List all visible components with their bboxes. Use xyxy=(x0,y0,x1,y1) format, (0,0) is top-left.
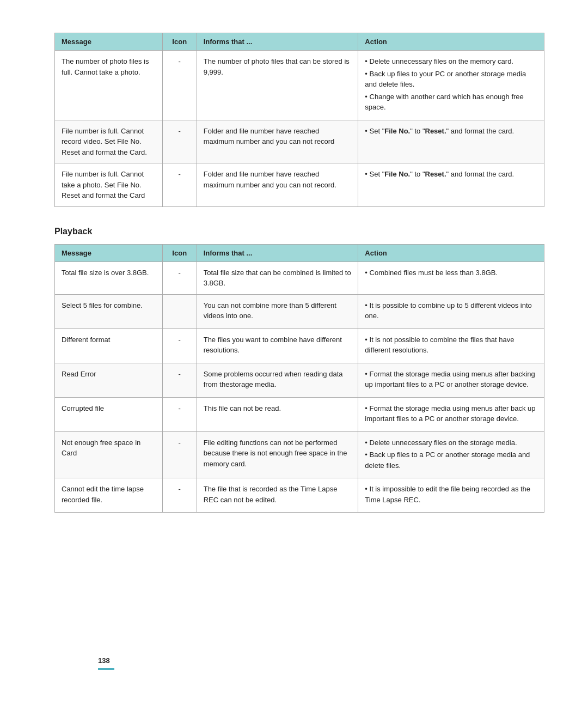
action-item: Back up files to your PC or another stor… xyxy=(365,69,537,90)
action-cell: Combined files must be less than 3.8GB. xyxy=(358,261,544,294)
action-cell: • Set "File No." to "Reset." and format … xyxy=(358,163,544,207)
action-cell: It is possible to combine up to 5 differ… xyxy=(358,294,544,328)
informs-cell: Folder and file number have reached maxi… xyxy=(197,120,358,163)
action-item: It is impossible to edit the file being … xyxy=(365,484,537,505)
action-item: Change with another card which has enoug… xyxy=(365,92,537,113)
table-row: File number is full. Cannot take a photo… xyxy=(55,163,544,207)
page-number-bar xyxy=(98,668,114,670)
informs-cell: The file that is recorded as the Time La… xyxy=(197,478,358,513)
action-item: Back up files to a PC or another storage… xyxy=(365,449,537,471)
informs-cell: File editing functions can not be perfor… xyxy=(197,431,358,478)
icon-cell: - xyxy=(162,431,197,478)
playback-table-header-action: Action xyxy=(358,244,544,261)
table-row: Not enough free space in Card - File edi… xyxy=(55,431,544,478)
action-item: Combined files must be less than 3.8GB. xyxy=(365,267,537,278)
message-cell: The number of photo files is full. Canno… xyxy=(55,51,163,120)
message-cell: Cannot edit the time lapse recorded file… xyxy=(55,478,163,513)
icon-cell: - xyxy=(162,261,197,294)
icon-cell: - xyxy=(162,363,197,397)
playback-table-header-message: Message xyxy=(55,244,163,261)
message-cell: File number is full. Cannot record video… xyxy=(55,120,163,163)
icon-cell xyxy=(162,294,197,328)
icon-cell: - xyxy=(162,163,197,207)
informs-cell: Total file size that can be combined is … xyxy=(197,261,358,294)
message-cell: Corrupted file xyxy=(55,397,163,431)
action-cell: It is impossible to edit the file being … xyxy=(358,478,544,513)
message-cell: Different format xyxy=(55,328,163,363)
playback-section-title: Playback xyxy=(54,227,544,236)
icon-cell: - xyxy=(162,51,197,120)
action-cell: It is not possible to combine the files … xyxy=(358,328,544,363)
table-row: The number of photo files is full. Canno… xyxy=(55,51,544,120)
table-row: Corrupted file - This file can not be re… xyxy=(55,397,544,431)
playback-table: Message Icon Informs that ... Action Tot… xyxy=(54,244,544,513)
action-cell: Format the storage media using menus aft… xyxy=(358,363,544,397)
action-item: It is not possible to combine the files … xyxy=(365,334,537,356)
table-row: Select 5 files for combine. You can not … xyxy=(55,294,544,328)
icon-cell: - xyxy=(162,478,197,513)
informs-cell: This file can not be read. xyxy=(197,397,358,431)
top-table-header-action: Action xyxy=(358,33,544,51)
message-cell: Select 5 files for combine. xyxy=(55,294,163,328)
icon-cell: - xyxy=(162,397,197,431)
action-cell: • Set "File No." to "Reset." and format … xyxy=(358,120,544,163)
icon-cell: - xyxy=(162,120,197,163)
top-table-header-informs: Informs that ... xyxy=(197,33,358,51)
playback-table-header-informs: Informs that ... xyxy=(197,244,358,261)
informs-cell: Some problems occurred when reading data… xyxy=(197,363,358,397)
icon-cell: - xyxy=(162,328,197,363)
informs-cell: The files you want to combine have diffe… xyxy=(197,328,358,363)
top-table-header-message: Message xyxy=(55,33,163,51)
action-cell: Delete unnecessary files on the memory c… xyxy=(358,51,544,120)
action-item: Delete unnecessary files on the memory c… xyxy=(365,56,537,67)
table-row: File number is full. Cannot record video… xyxy=(55,120,544,163)
action-item: Format the storage media using menus aft… xyxy=(365,369,537,390)
table-row: Different format - The files you want to… xyxy=(55,328,544,363)
message-cell: Not enough free space in Card xyxy=(55,431,163,478)
action-item: It is possible to combine up to 5 differ… xyxy=(365,300,537,321)
playback-table-header-icon: Icon xyxy=(162,244,197,261)
table-row: Total file size is over 3.8GB. - Total f… xyxy=(55,261,544,294)
action-cell: Format the storage media using menus aft… xyxy=(358,397,544,431)
action-item: Format the storage media using menus aft… xyxy=(365,403,537,424)
table-row: Cannot edit the time lapse recorded file… xyxy=(55,478,544,513)
table-row: Read Error - Some problems occurred when… xyxy=(55,363,544,397)
informs-cell: The number of photo files that can be st… xyxy=(197,51,358,120)
informs-cell: Folder and file number have reached maxi… xyxy=(197,163,358,207)
action-item: Delete unnecessary files on the storage … xyxy=(365,437,537,448)
message-cell: Total file size is over 3.8GB. xyxy=(55,261,163,294)
top-error-table: Message Icon Informs that ... Action The… xyxy=(54,33,544,207)
informs-cell: You can not combine more than 5 differen… xyxy=(197,294,358,328)
message-cell: Read Error xyxy=(55,363,163,397)
action-cell: Delete unnecessary files on the storage … xyxy=(358,431,544,478)
message-cell: File number is full. Cannot take a photo… xyxy=(55,163,163,207)
top-table-header-icon: Icon xyxy=(162,33,197,51)
page-number: 138 xyxy=(98,656,110,665)
